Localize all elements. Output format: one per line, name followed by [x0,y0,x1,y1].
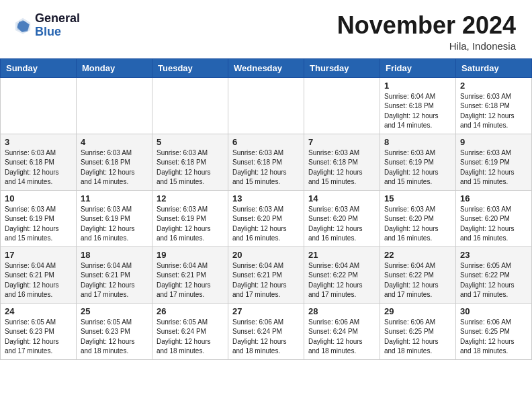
day-info: Sunrise: 6:03 AM Sunset: 6:18 PM Dayligh… [157,148,224,187]
day-info: Sunrise: 6:03 AM Sunset: 6:20 PM Dayligh… [308,205,375,244]
day-info: Sunrise: 6:03 AM Sunset: 6:19 PM Dayligh… [81,205,148,244]
calendar-cell: 12Sunrise: 6:03 AM Sunset: 6:19 PM Dayli… [152,190,228,246]
day-number: 16 [460,193,527,203]
day-number: 29 [384,306,451,316]
location: Hila, Indonesia [337,40,516,52]
day-info: Sunrise: 6:03 AM Sunset: 6:19 PM Dayligh… [460,148,527,187]
calendar-cell: 21Sunrise: 6:04 AM Sunset: 6:22 PM Dayli… [304,246,380,303]
day-info: Sunrise: 6:04 AM Sunset: 6:22 PM Dayligh… [384,261,451,300]
calendar-cell: 19Sunrise: 6:04 AM Sunset: 6:21 PM Dayli… [152,246,228,303]
day-info: Sunrise: 6:05 AM Sunset: 6:24 PM Dayligh… [157,318,224,357]
weekday-header-tuesday: Tuesday [152,58,228,77]
day-info: Sunrise: 6:06 AM Sunset: 6:25 PM Dayligh… [460,318,527,357]
day-number: 5 [157,137,224,147]
day-number: 30 [460,306,527,316]
day-info: Sunrise: 6:04 AM Sunset: 6:22 PM Dayligh… [308,261,375,300]
day-number: 10 [5,193,72,203]
calendar-cell [77,77,152,134]
day-info: Sunrise: 6:04 AM Sunset: 6:21 PM Dayligh… [232,261,300,300]
calendar-cell: 10Sunrise: 6:03 AM Sunset: 6:19 PM Dayli… [1,190,77,246]
day-info: Sunrise: 6:03 AM Sunset: 6:20 PM Dayligh… [232,205,300,244]
calendar-cell: 4Sunrise: 6:03 AM Sunset: 6:18 PM Daylig… [77,134,152,190]
logo: General Blue [13,12,80,39]
day-info: Sunrise: 6:05 AM Sunset: 6:22 PM Dayligh… [460,261,527,300]
day-info: Sunrise: 6:06 AM Sunset: 6:24 PM Dayligh… [232,318,300,357]
calendar-cell: 3Sunrise: 6:03 AM Sunset: 6:18 PM Daylig… [1,134,77,190]
weekday-header-sunday: Sunday [1,58,77,77]
day-number: 19 [157,250,224,260]
calendar-row-1: 3Sunrise: 6:03 AM Sunset: 6:18 PM Daylig… [1,134,532,190]
day-info: Sunrise: 6:03 AM Sunset: 6:19 PM Dayligh… [157,205,224,244]
weekday-header-row: SundayMondayTuesdayWednesdayThursdayFrid… [1,58,532,77]
day-number: 27 [232,306,300,316]
day-number: 21 [308,250,375,260]
weekday-header-saturday: Saturday [456,58,532,77]
calendar-cell: 28Sunrise: 6:06 AM Sunset: 6:24 PM Dayli… [304,303,380,359]
day-info: Sunrise: 6:04 AM Sunset: 6:21 PM Dayligh… [5,261,72,300]
day-info: Sunrise: 6:03 AM Sunset: 6:20 PM Dayligh… [460,205,527,244]
day-info: Sunrise: 6:06 AM Sunset: 6:24 PM Dayligh… [308,318,375,357]
calendar-cell: 22Sunrise: 6:04 AM Sunset: 6:22 PM Dayli… [380,246,456,303]
day-number: 25 [81,306,148,316]
weekday-header-monday: Monday [77,58,152,77]
day-number: 1 [384,81,451,91]
title-block: November 2024 Hila, Indonesia [337,12,516,52]
calendar-cell: 6Sunrise: 6:03 AM Sunset: 6:18 PM Daylig… [228,134,304,190]
day-info: Sunrise: 6:03 AM Sunset: 6:20 PM Dayligh… [384,205,451,244]
calendar-cell: 20Sunrise: 6:04 AM Sunset: 6:21 PM Dayli… [228,246,304,303]
day-number: 7 [308,137,375,147]
day-info: Sunrise: 6:03 AM Sunset: 6:18 PM Dayligh… [5,148,72,187]
calendar-cell: 5Sunrise: 6:03 AM Sunset: 6:18 PM Daylig… [152,134,228,190]
day-number: 11 [81,193,148,203]
calendar-cell: 1Sunrise: 6:04 AM Sunset: 6:18 PM Daylig… [380,77,456,134]
calendar-cell: 27Sunrise: 6:06 AM Sunset: 6:24 PM Dayli… [228,303,304,359]
weekday-header-wednesday: Wednesday [228,58,304,77]
day-info: Sunrise: 6:04 AM Sunset: 6:18 PM Dayligh… [384,92,451,131]
weekday-header-friday: Friday [380,58,456,77]
day-info: Sunrise: 6:04 AM Sunset: 6:21 PM Dayligh… [157,261,224,300]
day-number: 17 [5,250,72,260]
day-info: Sunrise: 6:05 AM Sunset: 6:23 PM Dayligh… [81,318,148,357]
day-number: 14 [308,193,375,203]
page-header: General Blue November 2024 Hila, Indones… [0,0,532,58]
day-info: Sunrise: 6:03 AM Sunset: 6:19 PM Dayligh… [5,205,72,244]
calendar-cell [152,77,228,134]
calendar-cell: 29Sunrise: 6:06 AM Sunset: 6:25 PM Dayli… [380,303,456,359]
day-info: Sunrise: 6:04 AM Sunset: 6:21 PM Dayligh… [81,261,148,300]
calendar-row-0: 1Sunrise: 6:04 AM Sunset: 6:18 PM Daylig… [1,77,532,134]
calendar-cell: 8Sunrise: 6:03 AM Sunset: 6:19 PM Daylig… [380,134,456,190]
calendar-cell: 13Sunrise: 6:03 AM Sunset: 6:20 PM Dayli… [228,190,304,246]
day-info: Sunrise: 6:03 AM Sunset: 6:18 PM Dayligh… [308,148,375,187]
logo-icon [13,16,32,35]
calendar-cell: 18Sunrise: 6:04 AM Sunset: 6:21 PM Dayli… [77,246,152,303]
day-number: 22 [384,250,451,260]
calendar-cell: 9Sunrise: 6:03 AM Sunset: 6:19 PM Daylig… [456,134,532,190]
day-number: 9 [460,137,527,147]
calendar-cell: 15Sunrise: 6:03 AM Sunset: 6:20 PM Dayli… [380,190,456,246]
logo-text: General Blue [35,12,80,39]
calendar-cell: 25Sunrise: 6:05 AM Sunset: 6:23 PM Dayli… [77,303,152,359]
calendar-cell: 30Sunrise: 6:06 AM Sunset: 6:25 PM Dayli… [456,303,532,359]
day-number: 18 [81,250,148,260]
day-number: 2 [460,81,527,91]
day-info: Sunrise: 6:03 AM Sunset: 6:19 PM Dayligh… [384,148,451,187]
day-number: 12 [157,193,224,203]
day-number: 20 [232,250,300,260]
day-number: 23 [460,250,527,260]
calendar-cell: 23Sunrise: 6:05 AM Sunset: 6:22 PM Dayli… [456,246,532,303]
calendar-row-4: 24Sunrise: 6:05 AM Sunset: 6:23 PM Dayli… [1,303,532,359]
day-number: 3 [5,137,72,147]
calendar-row-2: 10Sunrise: 6:03 AM Sunset: 6:19 PM Dayli… [1,190,532,246]
day-info: Sunrise: 6:03 AM Sunset: 6:18 PM Dayligh… [232,148,300,187]
calendar-cell: 7Sunrise: 6:03 AM Sunset: 6:18 PM Daylig… [304,134,380,190]
day-number: 26 [157,306,224,316]
calendar-table: SundayMondayTuesdayWednesdayThursdayFrid… [0,58,532,360]
calendar-cell: 26Sunrise: 6:05 AM Sunset: 6:24 PM Dayli… [152,303,228,359]
day-number: 6 [232,137,300,147]
calendar-cell [228,77,304,134]
day-info: Sunrise: 6:03 AM Sunset: 6:18 PM Dayligh… [460,92,527,131]
calendar-row-3: 17Sunrise: 6:04 AM Sunset: 6:21 PM Dayli… [1,246,532,303]
day-info: Sunrise: 6:03 AM Sunset: 6:18 PM Dayligh… [81,148,148,187]
day-number: 8 [384,137,451,147]
calendar-cell [304,77,380,134]
